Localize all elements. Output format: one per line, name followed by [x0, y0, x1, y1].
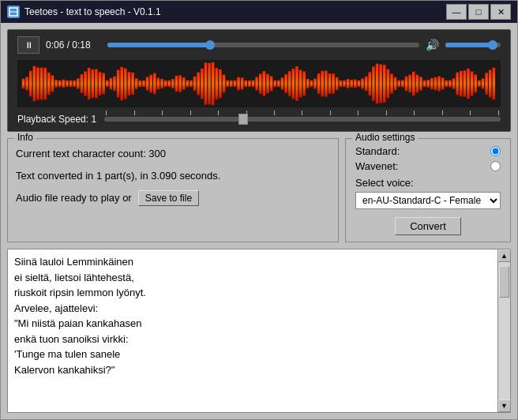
svg-rect-90 — [343, 81, 345, 87]
svg-rect-15 — [69, 81, 72, 87]
text-input[interactable] — [8, 249, 497, 412]
waveform-display — [17, 60, 501, 107]
svg-rect-84 — [321, 71, 324, 97]
svg-rect-102 — [387, 69, 389, 99]
svg-rect-111 — [419, 77, 422, 91]
close-button[interactable]: ✕ — [490, 4, 511, 20]
char-count-text: Current text character count: 300 — [16, 145, 330, 163]
svg-rect-95 — [361, 78, 363, 88]
svg-rect-54 — [212, 62, 214, 105]
progress-bar[interactable] — [107, 43, 419, 47]
svg-rect-67 — [259, 73, 261, 93]
svg-rect-113 — [426, 80, 429, 88]
wavenet-radio[interactable] — [490, 161, 501, 171]
svg-rect-80 — [306, 79, 309, 88]
svg-rect-37 — [149, 75, 152, 93]
waveform-svg — [17, 60, 501, 107]
volume-fill — [445, 43, 493, 47]
svg-rect-96 — [365, 77, 367, 91]
scrollbar-track[interactable] — [498, 262, 510, 399]
speed-thumb[interactable] — [238, 114, 248, 125]
svg-rect-49 — [193, 77, 196, 91]
time-display: 0:06 / 0:18 — [46, 39, 101, 51]
svg-rect-26 — [110, 78, 112, 90]
svg-rect-74 — [284, 74, 287, 93]
volume-icon: 🔊 — [426, 39, 439, 51]
svg-rect-63 — [245, 81, 247, 87]
maximize-button[interactable]: □ — [468, 4, 489, 20]
svg-rect-12 — [58, 81, 61, 87]
svg-rect-36 — [146, 77, 148, 90]
volume-thumb[interactable] — [488, 40, 497, 50]
svg-rect-131 — [493, 68, 495, 100]
svg-rect-66 — [255, 77, 257, 91]
svg-rect-104 — [394, 77, 396, 91]
svg-rect-93 — [354, 80, 356, 88]
svg-rect-98 — [372, 66, 374, 100]
convert-button[interactable]: Convert — [395, 217, 461, 235]
minimize-button[interactable]: — — [446, 4, 467, 20]
speed-ticks — [104, 111, 501, 115]
standard-label: Standard: — [355, 145, 400, 157]
svg-rect-79 — [302, 71, 305, 96]
svg-rect-108 — [408, 75, 411, 93]
volume-bar[interactable] — [445, 43, 501, 47]
svg-rect-6 — [36, 67, 39, 99]
svg-rect-43 — [171, 79, 174, 88]
svg-rect-70 — [270, 77, 272, 92]
svg-rect-30 — [124, 69, 126, 99]
svg-rect-7 — [40, 68, 43, 100]
window-controls: — □ ✕ — [446, 4, 511, 20]
svg-rect-112 — [423, 81, 426, 87]
speed-label: Playback Speed: 1 — [17, 114, 96, 125]
play-pause-button[interactable]: ⏸ — [17, 36, 39, 54]
svg-rect-39 — [157, 78, 160, 90]
svg-rect-91 — [347, 79, 349, 88]
svg-rect-109 — [412, 72, 415, 96]
svg-rect-58 — [226, 81, 228, 87]
save-to-file-button[interactable]: Save to file — [138, 190, 199, 206]
svg-rect-118 — [445, 81, 448, 87]
scrollbar-down-button[interactable]: ▼ — [498, 399, 511, 412]
svg-rect-61 — [237, 77, 239, 91]
svg-rect-117 — [441, 77, 444, 89]
standard-radio[interactable] — [490, 146, 501, 156]
svg-rect-130 — [489, 70, 491, 98]
svg-rect-51 — [201, 69, 203, 99]
svg-rect-121 — [456, 73, 458, 96]
svg-rect-126 — [475, 75, 477, 93]
svg-rect-65 — [252, 81, 254, 88]
svg-rect-110 — [416, 75, 419, 93]
svg-rect-5 — [33, 66, 36, 102]
svg-rect-55 — [216, 68, 218, 99]
svg-rect-9 — [47, 73, 50, 95]
audio-ready-text: Audio file ready to play or — [16, 189, 132, 207]
svg-rect-27 — [113, 77, 115, 91]
svg-rect-101 — [383, 65, 385, 103]
svg-rect-23 — [99, 72, 101, 96]
middle-row: Info Current text character count: 300 T… — [7, 138, 511, 242]
svg-rect-57 — [223, 74, 225, 92]
svg-rect-94 — [358, 81, 360, 87]
svg-rect-18 — [81, 74, 83, 93]
svg-rect-56 — [219, 69, 221, 98]
svg-rect-129 — [485, 73, 487, 95]
svg-rect-35 — [142, 81, 145, 87]
speed-slider[interactable] — [104, 117, 501, 122]
svg-rect-87 — [332, 73, 334, 93]
voice-select[interactable]: en-AU-Standard-C - Femaleen-AU-Standard-… — [355, 192, 501, 209]
progress-thumb[interactable] — [205, 40, 215, 50]
svg-rect-41 — [164, 81, 167, 87]
svg-rect-73 — [281, 77, 283, 89]
audio-settings-panel: Audio settings Standard: Wavenet: Select… — [345, 138, 511, 242]
scrollbar-up-button[interactable]: ▲ — [498, 249, 511, 262]
progress-fill — [107, 43, 210, 47]
scrollbar-thumb[interactable] — [499, 266, 509, 298]
svg-rect-89 — [340, 81, 342, 87]
svg-rect-106 — [401, 80, 404, 87]
svg-rect-34 — [139, 81, 141, 87]
svg-rect-83 — [317, 73, 320, 94]
svg-rect-92 — [350, 80, 352, 88]
svg-rect-114 — [430, 78, 433, 89]
select-voice-label: Select voice: — [355, 177, 501, 189]
